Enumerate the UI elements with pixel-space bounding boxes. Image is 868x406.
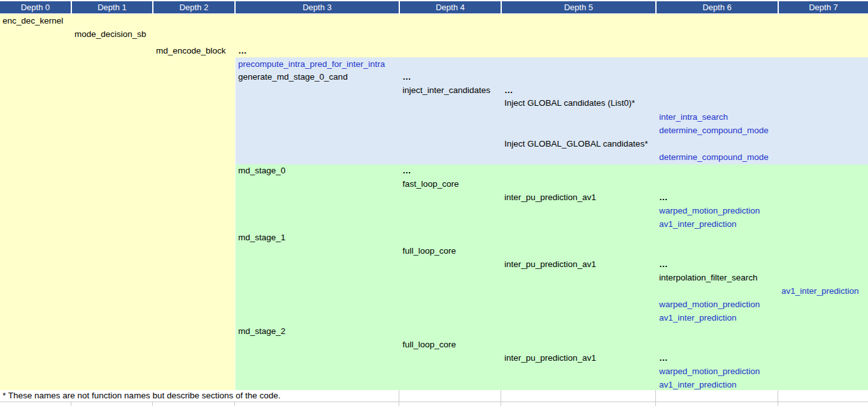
header-cell-depth-2: Depth 2	[153, 1, 234, 13]
tree-node-ellipsis: …	[402, 164, 412, 177]
tree-link-av1-inter-prediction[interactable]: av1_inter_prediction	[659, 312, 737, 324]
tree-node-inject-global-global-candidates: Inject GLOBAL_GLOBAL candidates*	[504, 138, 648, 150]
header-cell-depth-0: Depth 0	[0, 1, 71, 13]
tree-node-interpolation-filter-search: interpolation_filter_search	[659, 272, 758, 284]
grid-line	[0, 402, 868, 402]
header-cell-depth-1: Depth 1	[72, 1, 152, 13]
tree-node-md-stage-0: md_stage_0	[238, 164, 285, 177]
header-cell-depth-5: Depth 5	[502, 1, 655, 13]
tree-link-determine-compound-mode[interactable]: determine_compound_mode	[659, 151, 769, 164]
tree-link-inter-intra-search[interactable]: inter_intra_search	[659, 111, 728, 124]
grid-line	[501, 402, 501, 406]
grid-line	[152, 402, 153, 406]
tree-node-inject-global-candidates-list0: Inject GLOBAL candidates (List0)*	[504, 97, 635, 110]
tree-link-av1-inter-prediction[interactable]: av1_inter_prediction	[659, 379, 737, 391]
tree-link-warped-motion-prediction[interactable]: warped_motion_prediction	[659, 205, 760, 217]
grid-line	[778, 390, 778, 402]
tree-node-ellipsis: …	[402, 71, 412, 83]
tree-link-av1-inter-prediction[interactable]: av1_inter_prediction	[659, 218, 737, 231]
header-cell-depth-4: Depth 4	[400, 1, 501, 13]
tree-node-generate-md-stage-0-cand: generate_md_stage_0_cand	[238, 71, 348, 83]
tree-link-warped-motion-prediction[interactable]: warped_motion_prediction	[659, 298, 760, 311]
tree-node-full-loop-core: full_loop_core	[402, 245, 456, 257]
grid-line	[234, 402, 235, 406]
grid-line	[71, 402, 71, 406]
header-cell-depth-6: Depth 6	[657, 1, 778, 13]
tree-node-fast-loop-core: fast_loop_core	[402, 178, 459, 191]
tree-node-inter-pu-prediction-av1: inter_pu_prediction_av1	[504, 258, 596, 271]
tree-node-md-stage-2: md_stage_2	[238, 325, 285, 338]
tree-node-ellipsis: …	[659, 258, 669, 271]
tree-node-ellipsis: …	[238, 45, 248, 57]
tree-node-md-stage-1: md_stage_1	[238, 231, 285, 244]
tree-link-av1-inter-prediction[interactable]: av1_inter_prediction	[781, 285, 859, 298]
grid-line	[778, 402, 778, 406]
grid-line	[655, 390, 656, 402]
call-tree-sheet: Depth 0Depth 1Depth 2Depth 3Depth 4Depth…	[0, 0, 868, 406]
tree-node-ellipsis: …	[659, 191, 669, 204]
grid-line	[655, 402, 656, 406]
tree-node-full-loop-core: full_loop_core	[402, 338, 456, 351]
tree-node-inject-inter-candidates: inject_inter_candidates	[402, 84, 490, 97]
tree-node-inter-pu-prediction-av1: inter_pu_prediction_av1	[504, 191, 596, 204]
grid-line	[399, 402, 399, 406]
tree-node-mode-decision-sb: mode_decision_sb	[75, 28, 146, 41]
header-cell-depth-7: Depth 7	[779, 1, 868, 13]
tree-node-md-encode-block: md_encode_block	[156, 45, 226, 57]
header-cell-depth-3: Depth 3	[236, 1, 399, 13]
footnote-text: * These names are not function names but…	[3, 390, 281, 402]
tree-node-ellipsis: …	[659, 352, 669, 365]
region-yellow-left	[0, 57, 235, 390]
grid-line	[501, 390, 501, 402]
tree-link-determine-compound-mode[interactable]: determine_compound_mode	[659, 124, 769, 137]
tree-node-inter-pu-prediction-av1: inter_pu_prediction_av1	[504, 352, 596, 365]
tree-node-ellipsis: …	[504, 84, 514, 97]
grid-line	[399, 390, 399, 402]
tree-link-precompute-intra-pred-for-inter-intra[interactable]: precompute_intra_pred_for_inter_intra	[238, 58, 385, 71]
tree-link-warped-motion-prediction[interactable]: warped_motion_prediction	[659, 365, 760, 378]
tree-node-enc-dec-kernel: enc_dec_kernel	[3, 15, 63, 27]
